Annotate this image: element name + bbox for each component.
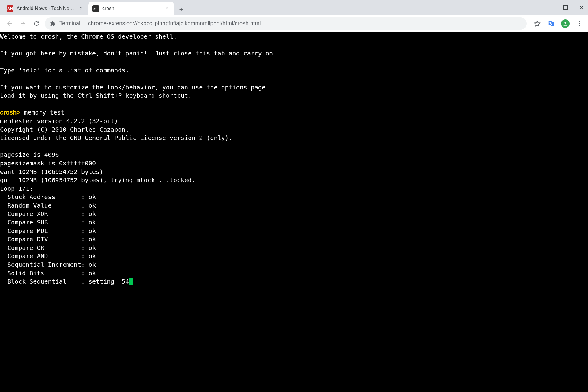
profile-avatar[interactable]: [561, 19, 570, 28]
terminal-output[interactable]: Welcome to crosh, the Chrome OS develope…: [0, 32, 588, 392]
svg-point-6: [579, 23, 580, 24]
new-tab-button[interactable]: +: [176, 4, 187, 15]
kebab-menu-icon[interactable]: [575, 19, 584, 28]
window-controls: [546, 0, 585, 15]
tab-crosh[interactable]: >_ crosh ×: [88, 2, 174, 15]
omnibox-extension-label: Terminal: [59, 20, 80, 27]
favicon-android-headlines: AH: [7, 5, 13, 12]
tab-close-button[interactable]: ×: [78, 6, 84, 11]
translate-icon[interactable]: [547, 19, 556, 28]
svg-point-4: [564, 22, 566, 23]
window-maximize-button[interactable]: [562, 4, 569, 11]
window-close-button[interactable]: [578, 4, 585, 11]
svg-point-5: [579, 21, 580, 22]
window-minimize-button[interactable]: [546, 4, 553, 11]
back-button[interactable]: [4, 18, 15, 29]
omnibox[interactable]: Terminal chrome-extension://nkoccljplnhp…: [45, 17, 527, 30]
omnibox-separator: [84, 20, 84, 27]
forward-button[interactable]: [18, 18, 28, 29]
tab-android-news[interactable]: AH Android News - Tech News - And ×: [2, 2, 88, 15]
omnibox-url: chrome-extension://nkoccljplnhpfnfiajclk…: [88, 20, 261, 27]
tab-title: crosh: [102, 6, 161, 11]
toolbar-right-icons: [533, 19, 584, 28]
tab-title: Android News - Tech News - And: [17, 6, 75, 11]
extension-icon: [50, 21, 56, 27]
browser-toolbar: Terminal chrome-extension://nkoccljplnhp…: [0, 15, 588, 32]
reload-button[interactable]: [31, 18, 42, 29]
favicon-terminal: >_: [92, 5, 99, 12]
svg-point-7: [579, 25, 580, 26]
tab-strip: AH Android News - Tech News - And × >_ c…: [0, 0, 588, 15]
svg-rect-1: [564, 6, 568, 10]
tab-close-button[interactable]: ×: [164, 6, 170, 11]
bookmark-star-icon[interactable]: [533, 19, 541, 28]
